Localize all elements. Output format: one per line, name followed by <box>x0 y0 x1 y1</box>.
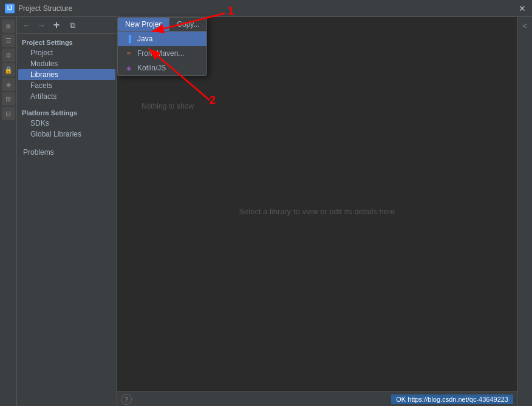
strip-icon-4[interactable]: 🔒 <box>2 63 15 76</box>
strip-icon-6[interactable]: ⊞ <box>2 92 15 106</box>
dropdown-header-new-project[interactable]: New Projec <box>118 18 169 31</box>
sidebar-content: Project Settings Project Modules Librari… <box>17 34 117 406</box>
right-panel: < <box>517 17 532 406</box>
platform-settings-title: Platform Settings <box>17 107 117 118</box>
help-button[interactable]: ? <box>121 394 132 405</box>
sidebar-toolbar: ← → + ⧉ <box>17 17 117 34</box>
strip-icon-7[interactable]: ⊟ <box>2 107 15 120</box>
sidebar-item-global-libraries[interactable]: Global Libraries <box>18 129 115 140</box>
dropdown-item-maven[interactable]: ≡ From Maven... <box>118 46 206 61</box>
dropdown-item-kotlin[interactable]: ◈ Kotlin/JS <box>118 61 206 75</box>
title-bar: IJ Project Structure ✕ <box>0 0 532 17</box>
sidebar-item-artifacts[interactable]: Artifacts <box>18 91 115 102</box>
bottom-bar: ? OK https://blog.csdn.net/qc-43649223 <box>117 391 517 406</box>
maven-icon: ≡ <box>124 49 134 58</box>
sidebar-item-project[interactable]: Project <box>18 47 115 58</box>
left-strip: ⊕ ☰ ⚙ 🔒 ◈ ⊞ ⊟ <box>0 17 17 406</box>
sidebar-item-problems[interactable]: Problems <box>18 147 115 158</box>
dropdown-item-java[interactable]: ▐ Java <box>118 32 206 46</box>
back-button[interactable]: ← <box>21 19 33 32</box>
sidebar-item-modules[interactable]: Modules <box>18 58 115 69</box>
app-icon: IJ <box>5 4 15 13</box>
window-title: Project Structure <box>18 4 72 13</box>
close-button[interactable]: ✕ <box>519 4 527 13</box>
strip-icon-2[interactable]: ☰ <box>2 34 15 47</box>
title-bar-left: IJ Project Structure <box>5 4 72 13</box>
select-library-message: Select a library to view or edit its det… <box>239 207 395 216</box>
nothing-to-show-label: Nothing to show <box>142 102 194 110</box>
java-icon: ▐ <box>124 34 134 44</box>
copy-button[interactable]: ⧉ <box>66 19 79 32</box>
sidebar-item-libraries[interactable]: Libraries <box>18 69 115 80</box>
dropdown-header-copy[interactable]: Copy... <box>169 18 206 31</box>
content-area: Nothing to show Select a library to view… <box>117 17 517 406</box>
dropdown-header: New Projec Copy... <box>118 18 206 32</box>
strip-icon-3[interactable]: ⚙ <box>2 49 15 62</box>
right-panel-chevron[interactable]: < <box>519 19 531 32</box>
strip-icon-1[interactable]: ⊕ <box>2 19 15 33</box>
strip-icon-5[interactable]: ◈ <box>2 78 15 91</box>
sidebar: ← → + ⧉ Project Settings Project Modules… <box>17 17 117 406</box>
sidebar-item-facets[interactable]: Facets <box>18 80 115 91</box>
add-button[interactable]: + <box>50 19 63 32</box>
forward-button[interactable]: → <box>35 19 47 32</box>
project-settings-title: Project Settings <box>17 36 117 47</box>
ok-link-button[interactable]: OK https://blog.csdn.net/qc-43649223 <box>391 394 513 404</box>
dropdown-menu: New Projec Copy... ▐ Java ≡ From Maven..… <box>117 17 207 76</box>
sidebar-item-sdks[interactable]: SDKs <box>18 118 115 129</box>
kotlin-icon: ◈ <box>124 63 134 73</box>
main-container: ⊕ ☰ ⚙ 🔒 ◈ ⊞ ⊟ ← → + ⧉ Project Settings P… <box>0 17 532 406</box>
